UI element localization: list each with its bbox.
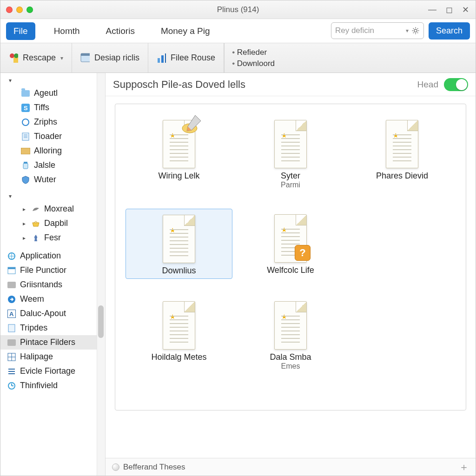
- chevron-down-icon[interactable]: ▾: [406, 27, 409, 34]
- sidebar-item-eviclefiortage[interactable]: Evicle Fiortage: [0, 364, 105, 378]
- svg-rect-25: [23, 163, 28, 169]
- sidebar-item-tiffs[interactable]: STiffs: [0, 100, 105, 115]
- svg-text:A: A: [9, 311, 14, 317]
- svg-rect-24: [21, 148, 30, 154]
- toolbar-sidepanel: Refieder Downloord: [224, 43, 282, 73]
- menu-homth[interactable]: Homth: [46, 22, 87, 40]
- bird-icon: [31, 205, 40, 214]
- svg-rect-16: [161, 55, 164, 63]
- search-input[interactable]: Rey deficin ▾: [331, 22, 424, 39]
- svg-rect-17: [165, 53, 166, 63]
- chess-icon: [31, 233, 40, 243]
- file-item[interactable]: ★ Phares Dievid: [349, 114, 456, 192]
- page-icon: [7, 324, 16, 333]
- sidebar-item-wuter[interactable]: Wuter: [0, 172, 105, 187]
- toolbar-rescape[interactable]: Rescape ▾: [0, 43, 72, 73]
- toggle-label: Head: [417, 79, 438, 90]
- menu-actioris[interactable]: Actioris: [99, 22, 142, 40]
- gear-icon[interactable]: [411, 26, 420, 35]
- sidebar-group2-toggle[interactable]: ▾: [0, 191, 105, 202]
- sidebar-item-ageutl[interactable]: Ageutl: [0, 86, 105, 100]
- menubar: File Homth Actioris Money a Pig Rey defi…: [0, 19, 476, 43]
- sidepanel-downloord[interactable]: Downloord: [232, 59, 275, 68]
- content-body: ★ Wiring Lelk ★ Syter Parmi ★: [106, 96, 476, 458]
- toolbar-filee[interactable]: Filee Rouse: [148, 43, 224, 73]
- file-grid: ★ Wiring Lelk ★ Syter Parmi ★: [126, 114, 456, 373]
- folder-icon: [21, 89, 30, 98]
- document-icon: ★: [270, 298, 311, 350]
- letter-a-icon: A: [7, 309, 16, 318]
- minimize-window-icon[interactable]: [16, 7, 23, 13]
- arrow-circle-icon: [7, 295, 16, 304]
- file-item[interactable]: ★ Syter Parmi: [237, 114, 344, 192]
- sidebar-group1-toggle[interactable]: ▾: [0, 75, 105, 86]
- svg-rect-13: [81, 53, 90, 56]
- sidebar-item-zriphs[interactable]: Zriphs: [0, 115, 105, 129]
- head-toggle[interactable]: [444, 78, 468, 91]
- sidebar-item-jalsle[interactable]: Jalsle: [0, 158, 105, 172]
- close-icon[interactable]: ✕: [462, 5, 469, 15]
- sidebar-item-pintacefilders[interactable]: Pintace Filders: [0, 335, 105, 350]
- file-item[interactable]: ★ ? Welfcolc Life: [237, 209, 344, 279]
- shield-icon: [21, 175, 30, 185]
- sidebar-item-thinfivield[interactable]: Thinfivield: [0, 378, 105, 393]
- folder-grey-icon: [7, 338, 16, 347]
- svg-point-0: [414, 29, 417, 32]
- document-icon: ★: [158, 117, 200, 168]
- file-item[interactable]: ★ Dala Smba Emes: [237, 296, 344, 373]
- target-icon: [7, 251, 16, 261]
- body: ▾ Ageutl STiffs Zriphs Tioader Alloring …: [0, 73, 476, 476]
- svg-line-6: [417, 33, 418, 33]
- pencil-icon: [180, 113, 204, 137]
- globe-icon: [112, 463, 119, 471]
- sidebar-item-filepunctior[interactable]: File Punctior: [0, 263, 105, 278]
- toolbar-desiap[interactable]: ✕ Desiap riclis: [72, 43, 148, 73]
- sidebar-item-tioader[interactable]: Tioader: [0, 129, 105, 144]
- jar-icon: [21, 161, 30, 170]
- chevron-down-icon: ▾: [60, 55, 63, 61]
- svg-line-5: [413, 28, 414, 29]
- add-button[interactable]: ＋: [459, 460, 469, 474]
- window-x-icon: ✕: [80, 53, 90, 63]
- minimize-icon[interactable]: —: [428, 5, 436, 15]
- menu-file[interactable]: File: [6, 22, 35, 40]
- sidebar-item-fesr[interactable]: ▸Fesr: [0, 231, 105, 245]
- sidebar-item-moxreal[interactable]: ▸Moxreal: [0, 202, 105, 216]
- sidebar: ▾ Ageutl STiffs Zriphs Tioader Alloring …: [0, 73, 106, 476]
- menu-money[interactable]: Money a Pig: [153, 22, 218, 40]
- toggle-knob: [456, 79, 467, 90]
- app-window: Plinus (914) — ◻ ✕ File Homth Actioris M…: [0, 0, 476, 476]
- circle-icon: [21, 118, 30, 127]
- file-item[interactable]: ★ Hoildalg Metes: [126, 296, 232, 373]
- maximize-window-icon[interactable]: [26, 7, 33, 13]
- sidebar-item-alloring[interactable]: Alloring: [0, 144, 105, 158]
- folder-grey-icon: [7, 280, 16, 290]
- file-item-selected[interactable]: ★ Downlius: [126, 209, 232, 279]
- search-button[interactable]: Search: [429, 22, 470, 40]
- basket-icon: [31, 219, 40, 228]
- keyboard-icon: [21, 146, 30, 156]
- sidebar-item-tripdes[interactable]: Tripdes: [0, 321, 105, 335]
- window-buttons: — ◻ ✕: [428, 5, 469, 15]
- sidebar-item-griisntands[interactable]: Griisntands: [0, 278, 105, 292]
- sidebar-item-dalucapout[interactable]: ADaluc-Apout: [0, 306, 105, 321]
- svg-text:S: S: [24, 105, 28, 112]
- sidebar-item-halipage[interactable]: Halipage: [0, 350, 105, 364]
- sidebar-item-weem[interactable]: Weem: [0, 292, 105, 306]
- status-bar: Befferand Theses ＋: [106, 458, 476, 476]
- restore-icon[interactable]: ◻: [446, 5, 453, 15]
- sidebar-scrollbar[interactable]: [97, 73, 105, 476]
- svg-rect-35: [8, 324, 15, 332]
- file-item[interactable]: ★ Wiring Lelk: [126, 114, 232, 192]
- disclosure-right-icon: ▸: [21, 220, 27, 227]
- disclosure-down-icon: ▾: [7, 77, 13, 84]
- close-window-icon[interactable]: [6, 7, 13, 13]
- scrollbar-thumb[interactable]: [98, 305, 104, 338]
- sidepanel-refieder[interactable]: Refieder: [232, 48, 275, 57]
- content-header: Supposch Pile-as Doved lells Head: [106, 73, 476, 96]
- disclosure-down-icon: ▾: [7, 193, 13, 199]
- footer-text: Befferand Theses: [123, 463, 185, 472]
- document-icon: ★: [158, 298, 200, 350]
- sidebar-item-application[interactable]: Application: [0, 249, 105, 263]
- sidebar-item-dapbil[interactable]: ▸Dapbil: [0, 216, 105, 231]
